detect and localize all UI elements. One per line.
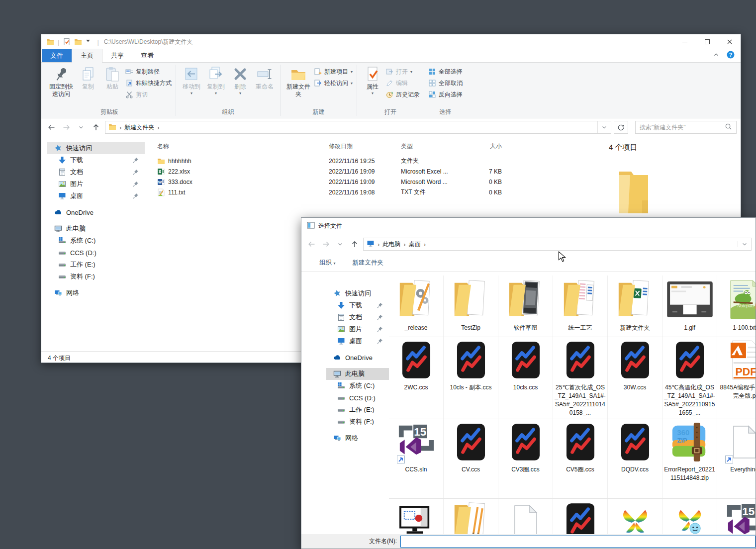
new-item-button[interactable]: 新建项目▾ xyxy=(314,68,353,76)
list-item[interactable] xyxy=(444,499,498,534)
sidebar-item-quick-access[interactable]: 快速访问 xyxy=(326,287,389,299)
forward-button[interactable] xyxy=(60,121,72,133)
list-item[interactable]: CV3圈.ccs xyxy=(498,419,553,498)
list-item[interactable] xyxy=(498,499,553,534)
list-item[interactable]: 2WC.ccs xyxy=(389,337,444,419)
sidebar-item-download[interactable]: 下载 xyxy=(326,299,389,311)
copy-button[interactable]: 复制 xyxy=(77,65,99,109)
list-item[interactable]: 10cls - 副本.ccs xyxy=(444,337,498,419)
copy-path-button[interactable]: 复制路径 xyxy=(125,68,172,76)
sidebar-item-onedrive[interactable]: OneDrive xyxy=(326,352,389,364)
sidebar-item-drive[interactable]: CCS (D:) xyxy=(47,247,145,259)
table-row[interactable]: hhhhhhh 2022/11/16 19:25 文件夹 xyxy=(157,156,741,166)
forward-button[interactable] xyxy=(320,238,332,250)
close-button[interactable] xyxy=(718,34,741,49)
list-item[interactable]: 新建文件夹 xyxy=(608,275,662,337)
refresh-icon[interactable] xyxy=(614,121,628,134)
qat-dropdown-icon[interactable] xyxy=(86,38,94,46)
list-item[interactable]: DQDV.ccs xyxy=(608,419,662,498)
list-item[interactable]: 软件草图 xyxy=(498,275,553,337)
list-item[interactable]: Notepad++ 1-100.txt xyxy=(717,275,756,337)
copy-to-button[interactable]: 复制到▾ xyxy=(204,65,227,109)
maximize-button[interactable] xyxy=(696,34,718,49)
filename-input[interactable] xyxy=(400,536,756,548)
sidebar-item-desktop[interactable]: 桌面 xyxy=(47,190,145,202)
sidebar-item-desktop[interactable]: 桌面 xyxy=(326,335,389,347)
up-button[interactable] xyxy=(349,238,361,250)
sidebar-item-computer[interactable]: 此电脑 xyxy=(326,368,389,380)
list-item[interactable]: CV5圈.ccs xyxy=(553,419,608,498)
invert-selection-button[interactable]: 反向选择 xyxy=(428,91,463,98)
select-all-button[interactable]: 全部选择 xyxy=(428,68,463,76)
list-item[interactable]: 10cls.ccs xyxy=(498,337,553,419)
list-item[interactable]: 15 xyxy=(717,499,756,534)
properties-button[interactable]: 属性▾ xyxy=(361,65,384,109)
new-folder-button[interactable]: 新建文件夹 xyxy=(353,259,384,267)
sidebar-item-document[interactable]: 文档 xyxy=(47,166,145,178)
sidebar-item-document[interactable]: 文档 xyxy=(326,311,389,323)
cut-button[interactable]: 剪切 xyxy=(125,91,172,98)
list-item[interactable]: TestZip xyxy=(444,275,498,337)
organize-button[interactable]: 组织 ▾ xyxy=(319,259,336,267)
list-item[interactable]: CV.ccs xyxy=(444,419,498,498)
sidebar-item-drive-sys[interactable]: 系统 (C:) xyxy=(326,380,389,392)
properties-check-icon[interactable] xyxy=(63,38,71,46)
delete-button[interactable]: 删除▾ xyxy=(229,65,252,109)
address-dropdown-icon[interactable] xyxy=(738,241,751,247)
select-none-button[interactable]: 全部取消 xyxy=(428,79,463,87)
sidebar-item-network[interactable]: 网络 xyxy=(47,287,145,299)
address-dropdown-icon[interactable] xyxy=(597,121,611,133)
list-item[interactable]: PDF 8845A编程手 中文完全版.p xyxy=(717,337,756,419)
list-item[interactable]: 15 CCS.sln xyxy=(389,419,444,498)
history-button[interactable]: 历史记录 xyxy=(385,91,420,98)
column-date[interactable]: 修改日期 xyxy=(329,142,401,151)
pin-to-quick-access-button[interactable]: 固定到快速访问 xyxy=(47,65,75,109)
edit-button[interactable]: 编辑 xyxy=(385,79,420,87)
new-folder-button[interactable]: 新建文件夹 xyxy=(284,65,312,109)
sidebar-item-drive[interactable]: 工作 (E:) xyxy=(47,259,145,271)
tab-home[interactable]: 主页 xyxy=(72,49,102,63)
collapse-ribbon-icon[interactable] xyxy=(713,51,720,60)
back-button[interactable] xyxy=(305,238,317,250)
sidebar-item-picture[interactable]: 图片 xyxy=(326,323,389,335)
list-item[interactable]: _release xyxy=(389,275,444,337)
list-item[interactable] xyxy=(389,499,444,534)
minimize-button[interactable] xyxy=(673,34,696,49)
folder-icon[interactable] xyxy=(74,38,82,46)
sidebar-item-picture[interactable]: 图片 xyxy=(47,178,145,190)
tab-view[interactable]: 查看 xyxy=(132,49,162,62)
list-item[interactable] xyxy=(553,499,608,534)
paste-shortcut-button[interactable]: 粘贴快捷方式 xyxy=(125,79,172,87)
list-item[interactable]: 1.gif xyxy=(662,275,717,337)
sidebar-item-quick-access[interactable]: 快速访问 xyxy=(47,142,145,154)
column-type[interactable]: 类型 xyxy=(401,142,463,151)
easy-access-button[interactable]: 轻松访问▾ xyxy=(314,79,353,87)
table-row[interactable]: 222.xlsx 2022/11/16 19:09 Microsoft Exce… xyxy=(157,166,741,177)
list-item[interactable] xyxy=(608,499,662,534)
list-item[interactable]: Everything xyxy=(717,419,756,498)
help-icon[interactable]: ? xyxy=(727,51,735,61)
table-row[interactable]: 111.txt 2022/11/16 19:08 TXT 文件 0 KB xyxy=(157,187,741,197)
recent-locations-icon[interactable] xyxy=(75,121,87,133)
move-to-button[interactable]: 移动到▾ xyxy=(180,65,203,109)
list-item[interactable]: 30W.ccs xyxy=(608,337,662,419)
paste-button[interactable]: 粘贴 xyxy=(101,65,124,109)
list-item[interactable] xyxy=(662,499,717,534)
column-size[interactable]: 大小 xyxy=(463,142,507,151)
sidebar-item-drive[interactable]: 资料 (F:) xyxy=(47,271,145,282)
sidebar-item-drive[interactable]: 资料 (F:) xyxy=(326,416,389,428)
sidebar-item-drive[interactable]: CCS (D:) xyxy=(326,392,389,404)
breadcrumb[interactable]: 新建文件夹 xyxy=(124,123,154,132)
recent-locations-icon[interactable] xyxy=(334,238,346,250)
list-item[interactable]: 25℃首次化成_OS_TZ_149A1_SA1#-SA5#_2022111014… xyxy=(553,337,608,419)
up-button[interactable] xyxy=(90,121,102,133)
table-row[interactable]: W333.docx 2022/11/16 19:09 Microsoft Wor… xyxy=(157,177,741,187)
sidebar-item-computer[interactable]: 此电脑 xyxy=(47,223,145,235)
back-button[interactable] xyxy=(45,121,57,133)
sidebar-item-drive[interactable]: 工作 (E:) xyxy=(326,404,389,416)
list-item[interactable]: 统一工艺 xyxy=(553,275,608,337)
sidebar-item-network[interactable]: 网络 xyxy=(326,432,389,444)
list-item[interactable]: 360ZIP ErrorReport_20221115114848.zip xyxy=(662,419,717,498)
sidebar-item-download[interactable]: 下载 xyxy=(47,154,145,166)
breadcrumb-this-pc[interactable]: 此电脑 xyxy=(382,240,400,249)
